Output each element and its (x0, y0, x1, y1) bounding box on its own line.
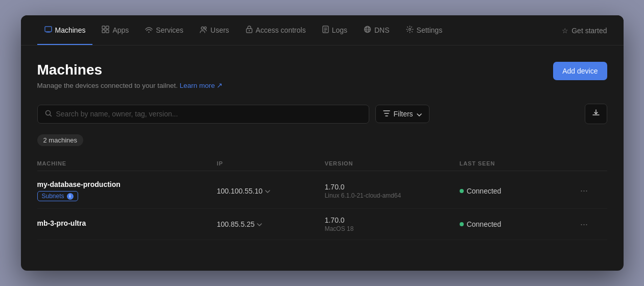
machine-name-1[interactable]: my-database-production (37, 180, 217, 188)
page-title: Machines (37, 62, 223, 78)
machine-name-2[interactable]: mb-3-pro-ultra (37, 219, 217, 227)
version-sub-1: Linux 6.1.0-21-cloud-amd64 (325, 192, 460, 199)
navigation: Machines Apps (21, 15, 624, 45)
subnets-label-1: Subnets (42, 193, 64, 200)
version-value-1: 1.70.0 (325, 183, 460, 191)
version-value-2: 1.70.0 (325, 216, 460, 224)
svg-rect-4 (106, 30, 109, 33)
status-cell-2: Connected (460, 220, 577, 228)
col-header-machine: MACHINE (37, 160, 217, 166)
nav-item-logs[interactable]: Logs (315, 15, 354, 45)
subtitle-text: Manage the devices connected to your tai… (37, 82, 178, 89)
nav-item-dns[interactable]: DNS (356, 15, 397, 45)
info-icon-1: i (67, 193, 74, 200)
nav-item-services[interactable]: Services (138, 16, 190, 45)
ip-cell-2: 100.85.5.25 (217, 220, 325, 228)
status-label-2: Connected (467, 220, 502, 228)
nav-item-machines[interactable]: Machines (37, 15, 93, 45)
machine-count-badge: 2 machines (37, 134, 83, 146)
svg-rect-1 (102, 26, 105, 29)
col-header-actions (577, 160, 607, 166)
download-icon (592, 109, 600, 119)
users-icon (200, 26, 207, 35)
logs-icon (322, 26, 329, 35)
search-row: Filters (37, 104, 607, 124)
search-input[interactable] (56, 110, 362, 118)
apps-icon (102, 26, 109, 35)
nav-item-users[interactable]: Users (193, 16, 236, 45)
download-button[interactable] (585, 104, 607, 124)
nav-label-services: Services (156, 26, 183, 34)
nav-items: Machines Apps (37, 15, 562, 45)
filters-button[interactable]: Filters (375, 105, 430, 123)
status-label-1: Connected (467, 187, 502, 195)
search-icon (45, 110, 52, 118)
page-header-left: Machines Manage the devices connected to… (37, 62, 223, 89)
add-device-button[interactable]: Add device (553, 62, 607, 80)
services-icon (145, 26, 153, 35)
nav-item-access-controls[interactable]: Access controls (238, 15, 313, 45)
settings-icon (406, 26, 414, 35)
svg-point-6 (201, 27, 204, 29)
get-started-label: Get started (571, 27, 607, 35)
get-started-button[interactable]: ☆ Get started (562, 16, 607, 44)
table-row: mb-3-pro-ultra 100.85.5.25 1.70.0 MacOS … (37, 209, 607, 240)
svg-point-13 (409, 29, 411, 31)
search-box (37, 105, 369, 124)
table-row: my-database-production Subnets i 100.100… (37, 173, 607, 209)
page-content: Machines Manage the devices connected to… (21, 45, 624, 252)
learn-more-link[interactable]: Learn more ↗ (180, 82, 223, 89)
machines-icon (44, 26, 52, 35)
table-header: MACHINE IP VERSION LAST SEEN (37, 156, 607, 171)
main-window: Machines Apps (21, 15, 624, 271)
star-icon: ☆ (562, 27, 568, 35)
status-cell-1: Connected (460, 187, 577, 195)
svg-point-5 (149, 31, 150, 32)
svg-rect-3 (102, 30, 105, 33)
svg-rect-2 (106, 26, 109, 29)
chevron-down-icon (417, 110, 422, 118)
ip-chevron-1[interactable] (265, 187, 270, 195)
nav-label-dns: DNS (374, 26, 390, 34)
ip-value-2: 100.85.5.25 (217, 220, 255, 228)
filter-icon (383, 110, 390, 118)
nav-label-access-controls: Access controls (256, 26, 306, 34)
version-sub-2: MacOS 18 (325, 225, 460, 232)
machine-cell-1: my-database-production Subnets i (37, 180, 217, 201)
nav-label-apps: Apps (112, 26, 129, 34)
page-header: Machines Manage the devices connected to… (37, 62, 607, 89)
more-button-1[interactable]: ··· (577, 183, 592, 199)
version-cell-1: 1.70.0 Linux 6.1.0-21-cloud-amd64 (325, 183, 460, 199)
svg-point-7 (204, 27, 206, 29)
subnets-badge-1[interactable]: Subnets i (37, 191, 78, 201)
svg-rect-0 (45, 27, 52, 32)
more-actions-2: ··· (577, 217, 607, 232)
access-controls-icon (246, 26, 253, 35)
status-dot-1 (460, 189, 464, 193)
svg-point-9 (248, 30, 249, 31)
col-header-last-seen: LAST SEEN (460, 160, 577, 166)
more-actions-1: ··· (577, 183, 607, 199)
nav-label-users: Users (210, 26, 229, 34)
col-header-version: VERSION (325, 160, 460, 166)
dns-icon (364, 26, 371, 35)
nav-label-machines: Machines (55, 26, 86, 34)
page-subtitle: Manage the devices connected to your tai… (37, 81, 223, 89)
nav-item-apps[interactable]: Apps (94, 15, 136, 45)
ip-chevron-2[interactable] (257, 221, 262, 228)
version-cell-2: 1.70.0 MacOS 18 (325, 216, 460, 232)
more-button-2[interactable]: ··· (577, 217, 592, 232)
filters-label: Filters (394, 110, 413, 118)
machine-cell-2: mb-3-pro-ultra (37, 219, 217, 230)
nav-label-settings: Settings (417, 26, 443, 34)
ip-value-1: 100.100.55.10 (217, 187, 263, 195)
ip-cell-1: 100.100.55.10 (217, 187, 325, 195)
nav-item-settings[interactable]: Settings (399, 15, 450, 45)
nav-label-logs: Logs (332, 26, 347, 34)
status-dot-2 (460, 222, 464, 226)
col-header-ip: IP (217, 160, 325, 166)
